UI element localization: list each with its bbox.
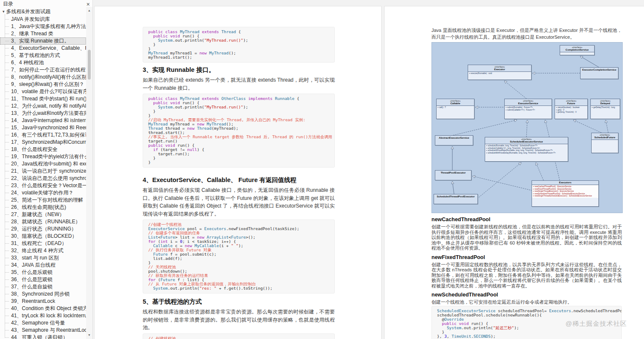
scrollbar-thumb[interactable]: [88, 50, 91, 80]
toc-item[interactable]: 27、新建状态（NEW）: [0, 211, 86, 218]
toc-item[interactable]: 21、说一说自己对于 synchronized 关键字的了解: [0, 168, 86, 175]
uml-class-Delayed: «interface»Delayed+ getDelay(TimeUnit) :…: [590, 99, 620, 119]
toc-item[interactable]: 17、SynchronizedMap和ConcurrentHashMap有什么区…: [0, 139, 86, 146]
document-area: public class MyThread extends Thread { p…: [93, 0, 644, 339]
toc-item[interactable]: 33、start 与 run 区别: [0, 254, 86, 262]
toc-header: 目录 ×: [0, 0, 92, 7]
uml-class-AbstractExecutorService: AbstractExecutorService: [435, 135, 473, 145]
toc-item[interactable]: 16、有三个线程T1,T2,T3,如何保证顺序执行？: [0, 131, 86, 139]
toc-item[interactable]: 24、volatile关键字的作用？: [0, 189, 86, 197]
caret-down-icon: ▾: [3, 7, 5, 16]
paragraph: 创建一个可根据需要创建新线程的线程池，但是在以前构造的线程可用时将重用它们。对于…: [431, 224, 622, 251]
uml-class-Executors: Executors+ newCachedThreadPool() : Execu…: [532, 180, 599, 207]
watermark: @稀土掘金技术社区: [566, 320, 627, 328]
toc-item[interactable]: 31、线程死亡（DEAD）: [0, 240, 86, 247]
uml-class-ScheduledThreadPoolExecutor: ScheduledThreadPoolExecutor: [434, 194, 478, 204]
close-icon[interactable]: ×: [86, 2, 90, 7]
toc-title: 目录: [3, 0, 13, 8]
sidebar-scrollbar[interactable]: ▲ ▼: [86, 7, 92, 339]
toc-item[interactable]: 3、实现 Runnable 接口。: [0, 37, 86, 45]
toc-item[interactable]: 9、sleep()和wait() 有什么区别？: [0, 81, 86, 88]
toc-root-item[interactable]: ▾多线程&并发面试题: [0, 7, 86, 16]
toc-item[interactable]: 14、Java中interrupted 和 isInterrupted方法的区别…: [0, 117, 86, 124]
toc-item[interactable]: 43、Semaphore 与 ReentrantLock 区别: [0, 327, 86, 334]
toc-item[interactable]: 15、Java中synchronized 和 ReentrantLock 有什么…: [0, 124, 86, 131]
toc-item[interactable]: 19、Thread类中的yield方法有什么作用？: [0, 153, 86, 160]
toc-item[interactable]: 2、继承 Thread 类: [0, 30, 86, 37]
uml-class-diagram: «interface»CompletionService«interface»E…: [431, 42, 623, 213]
paragraph: 创建一个线程池，它可安排在给定延迟后运行命令或者定期地执行。: [431, 299, 622, 305]
toc-item[interactable]: 44、可重入锁（递归锁）: [0, 334, 86, 339]
section-heading: 5、基于线程池的方式: [143, 298, 335, 306]
toc-item[interactable]: 5、基于线程池的方式: [0, 52, 86, 59]
toc-item[interactable]: 8、notify()和notifyAll()有什么区别？: [0, 74, 86, 81]
toc-item[interactable]: 20、Java线程池中submit() 和 execute()方法有什么区别？: [0, 160, 86, 168]
toc-item[interactable]: 4、ExecutorService、Callable、Future 有返回值线程: [0, 45, 86, 52]
paragraph: 创建一个可重用固定线程数的线程池，以共享的无界队列方式来运行这些线程。在任意点，…: [431, 262, 622, 289]
toc-item[interactable]: 40、Condition 类和 Object 类锁方法区别区别: [0, 305, 86, 312]
toc-root-label: 多线程&并发面试题: [6, 9, 51, 14]
toc-item[interactable]: 11、Thread 类中的start() 和 run() 方法有什么区别？: [0, 95, 86, 103]
toc-item[interactable]: 25、简述一下你对线程池的理解: [0, 197, 86, 204]
code-block: public class MyThread extends OtherClass…: [143, 94, 335, 168]
section-heading: 4、ExecutorService、Callable、 Future 有返回值线…: [143, 176, 335, 184]
toc-item[interactable]: 13、为什么wait和notify方法要在同步块中调用？: [0, 110, 86, 117]
toc-item[interactable]: 10、volatile 是什么?可以保证有序性吗？: [0, 88, 86, 95]
uml-class-Future: «interface»Future+ cancel(boolean) : boo…: [555, 99, 588, 119]
paragraph: 有返回值的任务必须实现 Callable 接口，类似的，无返回值的任务必须 Ru…: [143, 186, 335, 218]
paragraph: 如果自己的类已经 extends 另一个类，就无法直接 extends Thre…: [143, 76, 335, 92]
scroll-down-icon[interactable]: ▼: [86, 332, 92, 338]
toc-item[interactable]: 41、tryLock 和 lock 和 lockInterruptibly 的区…: [0, 312, 86, 319]
toc-item[interactable]: 42、Semaphore 信号量: [0, 319, 86, 327]
toc-item[interactable]: 36、什么是悲观锁: [0, 276, 86, 283]
toc-item[interactable]: 22、说说自己是怎么使用 synchronized 关键字: [0, 175, 86, 182]
paragraph: Java 里面线程池的顶级接口是 Executor，但是严格意义上讲 Execu…: [431, 27, 622, 40]
uml-class-ScheduledFuture: «interface»ScheduledFuture: [591, 133, 618, 153]
toc-item[interactable]: 6、4 种线程池: [0, 59, 86, 66]
toc-sidebar: 目录 × ▾多线程&并发面试题 JAVA 并发知识库1、Java中实现多线程有几…: [0, 0, 93, 339]
toc-item[interactable]: JAVA 并发知识库: [0, 16, 86, 23]
toc-item[interactable]: 23、什么是线程安全？Vector是一个线程安全类吗？: [0, 182, 86, 189]
toc-item[interactable]: 18、什么是线程安全: [0, 146, 86, 153]
toc-item[interactable]: 39、ReentrantLock: [0, 298, 86, 305]
toc-item[interactable]: 26、线程生命周期(状态): [0, 204, 86, 211]
section-heading: newScheduledThreadPool: [431, 292, 622, 298]
toc-item[interactable]: 38、Synchronized 同步锁: [0, 291, 86, 298]
toc-item[interactable]: 28、就绪状态（RUNNABLE）: [0, 218, 86, 225]
toc-item[interactable]: 32、终止线程 4 种方式: [0, 247, 86, 254]
toc-item[interactable]: 29、运行状态（RUNNING）: [0, 225, 86, 233]
uml-class-CompletionService: «interface»CompletionService: [560, 45, 595, 55]
uml-class-ThreadPoolExecutor: ThreadPoolExecutor: [435, 170, 472, 180]
section-heading: 3、实现 Runnable 接口。: [143, 66, 335, 74]
section-heading: newFixedThreadPool: [431, 254, 622, 260]
document-page-2: Java 里面线程池的顶级接口是 Executor，但是严格意义上讲 Execu…: [384, 6, 644, 339]
section-heading: newCachedThreadPool: [431, 217, 622, 222]
document-page-1: public class MyThread extends Thread { p…: [94, 6, 382, 339]
scroll-up-icon[interactable]: ▲: [86, 8, 92, 14]
toc-tree: ▾多线程&并发面试题 JAVA 并发知识库1、Java中实现多线程有几种方法2、…: [0, 7, 86, 339]
toc-item[interactable]: 30、阻塞状态（BLOCKED）: [0, 233, 86, 240]
toc-item[interactable]: 34、JAVA 后台线程: [0, 262, 86, 269]
uml-class-ExecutorCompletionService: ExecutorCompletionService: [580, 67, 618, 79]
toc-item[interactable]: 35、什么是乐观锁: [0, 269, 86, 276]
toc-item[interactable]: 1、Java中实现多线程有几种方法: [0, 23, 86, 30]
code-block: //创建一个线程池ExecutorService pool = Executor…: [143, 219, 335, 293]
paragraph: 线程和数据库连接这些资源都是非常宝贵的资源。那么每次需要的时候创建，不需要的时候…: [143, 308, 335, 332]
toc-item-list: JAVA 并发知识库1、Java中实现多线程有几种方法2、继承 Thread 类…: [0, 16, 86, 339]
code-block: public class MyThread extends Thread { p…: [143, 27, 335, 63]
uml-class-Callable: «interface»Callable+ call() : T: [436, 99, 474, 119]
document-viewer: 目录 × ▾多线程&并发面试题 JAVA 并发知识库1、Java中实现多线程有几…: [0, 0, 644, 339]
toc-item[interactable]: 7、如何停止一个正在运行的线程: [0, 66, 86, 74]
toc-item[interactable]: 12、为什么wait, notify 和 notifyAll这些方法不在thre…: [0, 103, 86, 110]
uml-class-Executor: «interface»Executor+ execute(Runnable) :…: [468, 65, 532, 80]
uml-class-ScheduledExecutorService: «interface»ScheduledExecutorService+ sch…: [485, 137, 568, 162]
uml-class-ExecutorService: «interface»ExecutorService+ submit(Runna…: [504, 99, 552, 119]
toc-item[interactable]: 37、什么是自旋锁: [0, 283, 86, 291]
code-block: // 创建线程池ExecutorService threadPool = Exe…: [143, 333, 335, 339]
